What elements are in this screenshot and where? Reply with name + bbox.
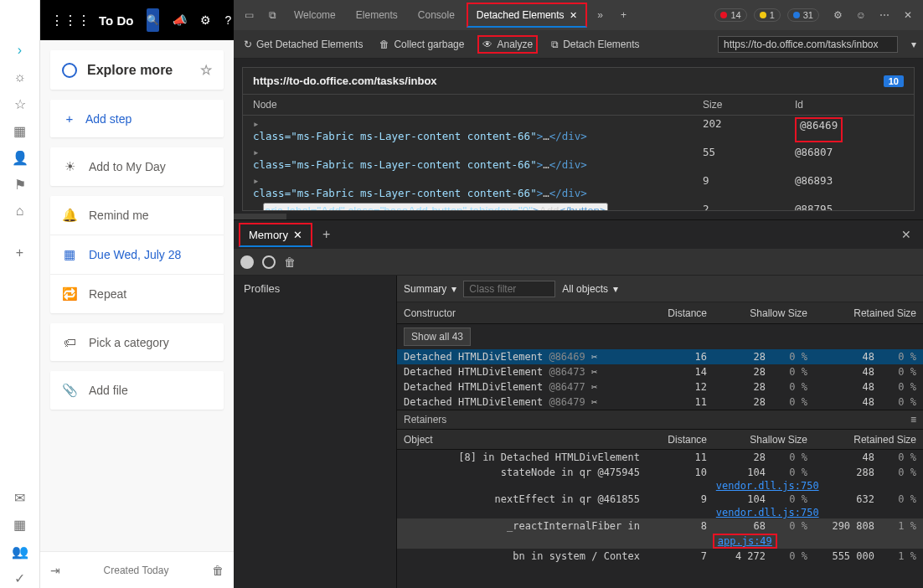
- add-tab-icon[interactable]: +: [614, 5, 634, 25]
- source-link[interactable]: vendor.dll.js:750: [713, 507, 822, 518]
- tab-detached-elements[interactable]: Detached Elements✕: [467, 3, 587, 28]
- person-icon[interactable]: 👤: [10, 147, 30, 168]
- devtools-panel: ▭ ⧉ Welcome Elements Console Detached El…: [234, 0, 923, 588]
- retainer-row[interactable]: bn in system / Contex74 2720 %555 0001 %: [397, 549, 923, 564]
- favorite-star-icon[interactable]: ☆: [200, 62, 212, 78]
- delete-icon[interactable]: 🗑: [212, 564, 224, 577]
- mail-icon[interactable]: ✉: [10, 487, 30, 508]
- dropdown-icon[interactable]: ▾: [911, 39, 916, 50]
- detached-row[interactable]: ▸class="ms-Fabric ms-Layer-content conte…: [243, 144, 914, 173]
- complete-circle-icon[interactable]: [62, 63, 77, 78]
- app-launcher-icon[interactable]: ⋮⋮⋮: [50, 13, 90, 28]
- sun-icon: ☀: [62, 159, 77, 174]
- source-link[interactable]: app.js:49: [713, 534, 777, 549]
- add-file-button[interactable]: 📎 Add file: [50, 371, 224, 410]
- error-count[interactable]: 14: [714, 8, 746, 22]
- created-label: Created Today: [104, 565, 169, 576]
- detach-elements-button[interactable]: ⧉ Detach Elements: [548, 37, 642, 52]
- people-icon[interactable]: 👥: [10, 541, 30, 561]
- category-button[interactable]: 🏷 Pick a category: [50, 323, 224, 361]
- task-title: Explore more: [87, 63, 173, 78]
- calendar2-icon[interactable]: ▦: [10, 514, 30, 534]
- settings-icon[interactable]: ⚙: [200, 13, 211, 27]
- close-devtools-icon[interactable]: ✕: [898, 5, 918, 25]
- check-icon[interactable]: ✓: [10, 568, 30, 588]
- device-icon[interactable]: ⧉: [262, 5, 282, 25]
- file-label: Add file: [89, 384, 128, 397]
- summary-dropdown[interactable]: Summary ▾: [404, 283, 456, 295]
- detached-row[interactable]: ▸class="ms-Fabric ms-Layer-content conte…: [243, 173, 914, 201]
- feedback-icon[interactable]: ☺: [851, 5, 871, 25]
- url-box[interactable]: https://to-do.office.com/tasks/inbox: [718, 36, 898, 53]
- get-detached-button[interactable]: ↻ Get Detached Elements: [240, 37, 366, 52]
- app-icon-rail: › ☼ ☆ ▦ 👤 ⚑ ⌂ + ✉ ▦ 👥 ✓: [0, 0, 40, 588]
- add-step-label: Add step: [85, 112, 131, 126]
- repeat-label: Repeat: [89, 287, 126, 301]
- detached-row[interactable]: aria-label="Add" class="baseAdd-button" …: [243, 201, 914, 210]
- memory-row[interactable]: Detached HTMLDivElement @86479 ✂11280 %4…: [397, 395, 923, 410]
- my-day-button[interactable]: ☀ Add to My Day: [50, 147, 224, 186]
- more-tabs-icon[interactable]: »: [590, 5, 611, 25]
- retainers-menu-icon[interactable]: ≡: [910, 414, 916, 426]
- class-filter-input[interactable]: [463, 281, 555, 297]
- devtools-drawer: Memory✕ + ✕ 🗑 Profiles Summary ▾ All obj…: [234, 219, 923, 588]
- bell-icon: 🔔: [62, 208, 77, 223]
- add-step-button[interactable]: + Add step: [50, 100, 224, 137]
- warning-count[interactable]: 1: [754, 8, 781, 22]
- tab-memory[interactable]: Memory✕: [239, 223, 312, 247]
- search-button[interactable]: 🔍: [147, 8, 159, 32]
- tab-welcome[interactable]: Welcome: [286, 3, 344, 28]
- close-icon[interactable]: ✕: [293, 229, 302, 241]
- record-icon[interactable]: [240, 255, 254, 269]
- memory-row[interactable]: Detached HTMLDivElement @86473 ✂14280 %4…: [397, 364, 923, 379]
- plus-icon[interactable]: +: [10, 243, 30, 263]
- detached-count-badge: 10: [884, 75, 904, 87]
- collect-garbage-button[interactable]: 🗑 Collect garbage: [376, 37, 467, 52]
- show-all-button[interactable]: Show all 43: [404, 328, 471, 346]
- retainer-row[interactable]: nextEffect in qr @46185591040 %6320 %: [397, 492, 923, 507]
- more-icon[interactable]: ⋯: [874, 5, 895, 25]
- megaphone-icon[interactable]: 📣: [173, 13, 187, 27]
- repeat-button[interactable]: 🔁Repeat: [50, 274, 224, 313]
- trash-icon[interactable]: 🗑: [284, 255, 296, 269]
- memory-row[interactable]: Detached HTMLDivElement @86469 ✂16280 %4…: [397, 349, 923, 364]
- due-label: Due Wed, July 28: [89, 248, 181, 261]
- drawer-tabs: Memory✕ + ✕: [234, 220, 923, 249]
- remind-button[interactable]: 🔔Remind me: [50, 196, 224, 235]
- calendar-icon[interactable]: ▦: [10, 121, 30, 141]
- calendar-icon: ▦: [62, 247, 77, 262]
- add-drawer-tab-icon[interactable]: +: [317, 227, 335, 242]
- tag-icon: 🏷: [62, 335, 77, 349]
- col-retained: Retained Size: [807, 434, 916, 446]
- memory-rows: Detached HTMLDivElement @86469 ✂16280 %4…: [397, 349, 923, 410]
- close-icon[interactable]: ✕: [570, 10, 577, 21]
- detached-row[interactable]: ▸class="ms-Fabric ms-Layer-content conte…: [243, 116, 914, 144]
- detached-table-header: Node Size Id: [243, 94, 914, 116]
- analyze-button[interactable]: 👁 Analyze: [477, 35, 538, 54]
- memory-row[interactable]: Detached HTMLDivElement @86477 ✂12280 %4…: [397, 379, 923, 395]
- retainer-row[interactable]: [8] in Detached HTMLDivElement11280 %480…: [397, 450, 923, 465]
- retainer-row[interactable]: _reactInternalFiber in8680 %290 8081 %: [397, 518, 923, 534]
- task-title-card[interactable]: Explore more ☆: [50, 50, 224, 90]
- collapse-icon[interactable]: ⇥: [50, 564, 60, 577]
- status-counts: 14 1 31: [714, 8, 819, 22]
- inspect-icon[interactable]: ▭: [239, 5, 259, 25]
- sun-icon[interactable]: ☼: [10, 67, 30, 87]
- retainer-row[interactable]: stateNode in qr @475945101040 %2880 %: [397, 465, 923, 480]
- close-drawer-icon[interactable]: ✕: [895, 228, 918, 241]
- col-constructor: Constructor: [404, 307, 632, 319]
- objects-dropdown[interactable]: All objects ▾: [562, 283, 618, 295]
- gear-icon[interactable]: ⚙: [828, 5, 848, 25]
- info-count[interactable]: 31: [787, 8, 819, 22]
- tab-console[interactable]: Console: [410, 3, 463, 28]
- tab-elements[interactable]: Elements: [348, 3, 406, 28]
- clear-icon[interactable]: [262, 255, 276, 269]
- star-icon[interactable]: ☆: [10, 94, 30, 114]
- due-date-button[interactable]: ▦Due Wed, July 28: [50, 235, 224, 274]
- flag-icon[interactable]: ⚑: [10, 174, 30, 194]
- chevron-right-icon[interactable]: ›: [10, 40, 30, 60]
- help-icon[interactable]: ?: [224, 13, 231, 27]
- home-icon[interactable]: ⌂: [10, 201, 30, 221]
- source-link[interactable]: vendor.dll.js:750: [713, 480, 822, 492]
- profiles-pane: Profiles: [234, 276, 397, 588]
